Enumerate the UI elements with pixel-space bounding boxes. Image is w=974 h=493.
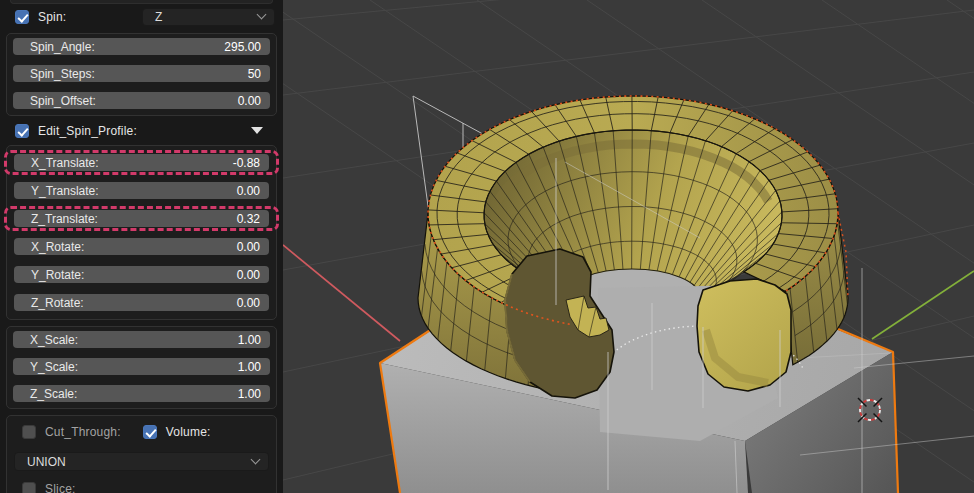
slider-spin-offset[interactable]: Spin_Offset: 0.00 [13,92,270,109]
edit-spin-profile-row: Edit_Spin_Profile: [8,122,275,139]
slider-label: X_Rotate: [31,240,84,254]
slider-label: Spin_Angle: [30,40,95,54]
slice-label: Slice: [45,482,76,493]
boolean-operation-dropdown[interactable]: UNION [14,452,269,471]
spin-axis-dropdown[interactable]: Z [142,8,275,26]
spin-label: Spin: [38,10,66,24]
slice-checkbox[interactable] [22,482,36,493]
spin-params-box: Spin_Angle: 295.00 Spin_Steps: 50 Spin_O… [6,33,277,116]
cut-through-volume-row: Cut_Through: Volume: [14,424,269,440]
slider-z-scale[interactable]: Z_Scale: 1.00 [13,385,270,402]
slider-value: 50 [248,67,261,81]
collapse-triangle-icon[interactable] [251,127,263,134]
blender-window: Spin: Z Spin_Angle: 295.00 Spin_Steps: 5… [0,0,974,493]
slider-y-translate[interactable]: Y_Translate: 0.00 [14,182,269,199]
slider-z-translate[interactable]: Z_Translate: 0.32 [14,210,269,227]
slider-label: Z_Scale: [30,387,77,401]
slider-value: 295.00 [224,40,261,54]
edit-spin-profile-checkbox[interactable] [15,124,29,138]
slider-spin-steps[interactable]: Spin_Steps: 50 [13,65,270,82]
slider-value: 1.00 [238,387,261,401]
boolean-box: Cut_Through: Volume: UNION Slice: [6,415,277,493]
slider-z-rotate[interactable]: Z_Rotate: 0.00 [14,294,269,311]
spin-row: Spin: Z [8,8,275,25]
3d-viewport[interactable] [283,0,974,493]
slider-label: Y_Translate: [31,184,99,198]
slider-label: Y_Rotate: [31,268,84,282]
slider-label: X_Scale: [30,333,78,347]
slider-label: Z_Translate: [31,212,98,226]
slider-x-scale[interactable]: X_Scale: 1.00 [13,331,270,348]
edit-spin-profile-label: Edit_Spin_Profile: [38,124,137,138]
volume-label: Volume: [166,425,211,439]
row-z-rotate: Z_Rotate: 0.00 [4,290,279,315]
transform-box: X_Translate: -0.88 Y_Translate: 0.00 Z_T… [6,145,277,320]
slider-y-rotate[interactable]: Y_Rotate: 0.00 [14,266,269,283]
spin-axis-value: Z [155,10,162,24]
slider-label: X_Translate: [31,156,99,170]
row-y-rotate: Y_Rotate: 0.00 [4,262,279,287]
slider-label: Spin_Steps: [30,67,95,81]
slider-value: 0.00 [237,240,260,254]
slider-spin-angle[interactable]: Spin_Angle: 295.00 [13,38,270,55]
highlight-x-translate: X_Translate: -0.88 [4,150,279,175]
cut-through-label: Cut_Through: [45,425,121,439]
slider-value: 0.00 [237,296,260,310]
slider-value: 1.00 [238,333,261,347]
spin-checkbox[interactable] [15,10,29,24]
slider-value: 0.00 [237,268,260,282]
tool-panel: Spin: Z Spin_Angle: 295.00 Spin_Steps: 5… [0,0,283,493]
volume-checkbox[interactable] [143,425,157,439]
slice-row: Slice: [14,481,269,493]
slider-value: 0.00 [237,184,260,198]
boolean-operation-value: UNION [27,455,66,469]
slider-label: Z_Rotate: [31,296,84,310]
slider-x-translate[interactable]: X_Translate: -0.88 [14,154,269,171]
slider-value: 0.32 [237,212,260,226]
slider-value: 0.00 [238,94,261,108]
slider-value: -0.88 [233,156,260,170]
panel-top-sliver [10,0,273,4]
slider-y-scale[interactable]: Y_Scale: 1.00 [13,358,270,375]
slider-x-rotate[interactable]: X_Rotate: 0.00 [14,238,269,255]
chevron-down-icon [257,10,267,20]
highlight-z-translate: Z_Translate: 0.32 [4,206,279,231]
cut-through-checkbox[interactable] [22,425,36,439]
slider-label: Spin_Offset: [30,94,96,108]
chevron-down-icon [251,455,261,465]
slider-value: 1.00 [238,360,261,374]
row-x-rotate: X_Rotate: 0.00 [4,234,279,259]
row-y-translate: Y_Translate: 0.00 [4,178,279,203]
viewport-scene [283,0,974,493]
scale-box: X_Scale: 1.00 Y_Scale: 1.00 Z_Scale: 1.0… [6,326,277,409]
slider-label: Y_Scale: [30,360,78,374]
